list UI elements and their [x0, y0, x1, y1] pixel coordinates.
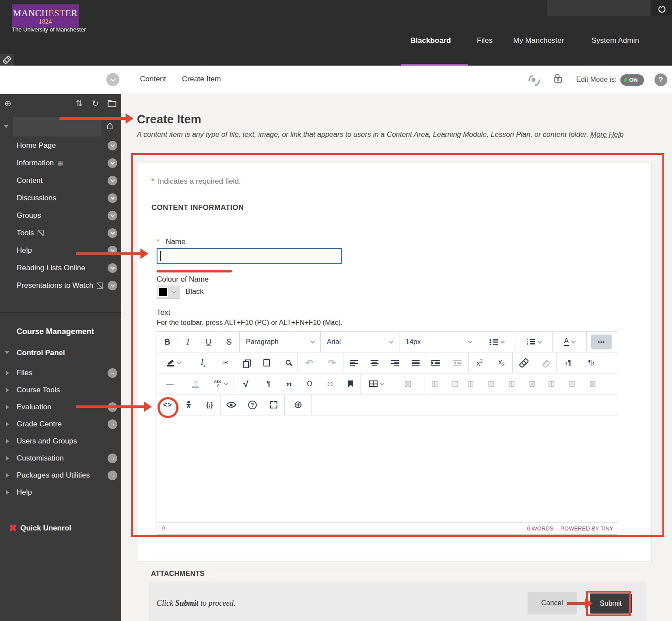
logout-button[interactable]: [651, 0, 672, 16]
editor-content-area[interactable]: [157, 415, 618, 522]
sidebar-item-discussions[interactable]: Discussions: [0, 189, 121, 207]
more-tools-button[interactable]: •••: [591, 335, 612, 349]
font-select-button[interactable]: Arial: [321, 331, 399, 352]
colour-dropdown-icon[interactable]: [168, 291, 180, 293]
course-title-redacted[interactable]: [13, 117, 102, 136]
bullet-list-button[interactable]: [478, 331, 515, 352]
sidebar-item-tools[interactable]: Tools: [0, 224, 121, 242]
chevron-down-icon[interactable]: [108, 281, 117, 290]
format-select-button[interactable]: Paragraph: [240, 331, 320, 352]
sidebar-item-content[interactable]: Content: [0, 172, 121, 189]
control-panel-item-course-tools[interactable]: Course Tools: [0, 381, 121, 398]
insert-row-above-button[interactable]: ⊞: [460, 373, 481, 394]
sidebar-item-reading-lists-online[interactable]: Reading Lists Online: [0, 259, 121, 277]
control-panel-item-help[interactable]: Help: [0, 484, 121, 501]
italic-button[interactable]: I: [178, 331, 198, 352]
open-in-new-arrow-icon[interactable]: →: [108, 419, 117, 429]
header-search-area[interactable]: [547, 0, 651, 16]
ltr-paragraph-button[interactable]: ›¶: [557, 352, 580, 373]
open-in-new-arrow-icon[interactable]: →: [108, 402, 117, 412]
underline-button[interactable]: U: [198, 331, 219, 352]
edit-mode-toggle[interactable]: ON: [620, 74, 644, 86]
table-row-properties-button[interactable]: ⊞: [424, 373, 445, 394]
sidebar-item-information[interactable]: Information▦: [0, 154, 121, 172]
align-right-button[interactable]: [385, 352, 405, 373]
paste-button[interactable]: [256, 352, 277, 373]
quick-unenrol-button[interactable]: ✖ Quick Unenrol: [9, 523, 71, 534]
strikethrough-button[interactable]: S: [219, 331, 239, 352]
anchor-button[interactable]: [340, 373, 361, 394]
search-button[interactable]: [277, 352, 298, 373]
special-character-button[interactable]: Ω: [299, 373, 320, 394]
align-center-button[interactable]: [364, 352, 385, 373]
code-sample-button[interactable]: {;}: [199, 394, 220, 415]
fontsize-select-button[interactable]: 14px: [399, 331, 478, 352]
insert-table-button[interactable]: [360, 373, 392, 394]
cut-button[interactable]: ✂: [215, 352, 236, 373]
open-in-new-arrow-icon[interactable]: →: [108, 471, 117, 480]
editor-help-button[interactable]: ?: [242, 394, 263, 415]
control-panel-item-packages-and-utilities[interactable]: Packages and Utilities→: [0, 467, 121, 484]
folder-icon[interactable]: [108, 101, 116, 107]
clear-formatting-button[interactable]: Ix: [191, 352, 215, 373]
help-button[interactable]: ?: [654, 73, 667, 86]
control-panel-item-grade-centre[interactable]: Grade Centre→: [0, 415, 121, 433]
control-panel-item-evaluation[interactable]: Evaluation→: [0, 398, 121, 415]
rtl-paragraph-button[interactable]: ¶‹: [580, 352, 603, 373]
breadcrumb-content[interactable]: Content: [140, 75, 166, 84]
subscript-button[interactable]: x2: [490, 352, 512, 373]
outdent-button[interactable]: [446, 352, 468, 373]
chevron-down-icon[interactable]: [108, 263, 117, 273]
open-in-new-arrow-icon[interactable]: →: [108, 454, 117, 463]
collapse-course-menu-icon[interactable]: [4, 125, 9, 128]
highlight-button[interactable]: [157, 352, 191, 373]
text-color-button[interactable]: A: [553, 331, 586, 352]
align-left-button[interactable]: [343, 352, 364, 373]
insert-column-left-button[interactable]: ⊞: [541, 373, 562, 394]
university-logo[interactable]: MANCHESTER 1824: [12, 4, 79, 28]
preview-button[interactable]: [220, 394, 242, 415]
refresh-icon[interactable]: ↻: [92, 98, 99, 108]
tab-blackboard[interactable]: Blackboard: [410, 36, 451, 45]
row-menu-button[interactable]: ⊠: [522, 373, 542, 394]
chevron-down-icon[interactable]: [108, 228, 117, 238]
blockquote-button[interactable]: ”: [279, 373, 299, 394]
chevron-down-icon[interactable]: [108, 211, 117, 220]
add-content-button[interactable]: ⊕: [285, 394, 312, 415]
source-code-button[interactable]: <>: [157, 394, 178, 415]
superscript-button[interactable]: x2: [469, 352, 490, 373]
control-panel-item-files[interactable]: Files→: [0, 364, 121, 381]
tab-system-admin[interactable]: System Admin: [592, 36, 639, 45]
open-in-new-arrow-icon[interactable]: →: [108, 368, 117, 378]
delete-table-button[interactable]: ⊠: [392, 373, 424, 394]
spellcheck-button[interactable]: ABC✓: [208, 373, 234, 394]
chevron-down-icon[interactable]: [108, 193, 117, 203]
student-preview-icon[interactable]: [528, 74, 541, 85]
submit-button[interactable]: Submit: [590, 593, 632, 614]
fullscreen-button[interactable]: [263, 394, 284, 415]
chevron-down-icon[interactable]: [108, 176, 117, 185]
show-invisibles-button[interactable]: ¶: [258, 373, 279, 394]
insert-row-below-button[interactable]: ⊞: [481, 373, 501, 394]
emoticons-button[interactable]: ☺: [320, 373, 340, 394]
numbered-list-button[interactable]: [515, 331, 552, 352]
redo-button[interactable]: ↷: [321, 352, 343, 373]
more-help-link[interactable]: More Help: [590, 130, 623, 138]
control-panel-item-customisation[interactable]: Customisation→: [0, 450, 121, 467]
align-justify-button[interactable]: [405, 352, 426, 373]
remove-link-button[interactable]: [535, 352, 556, 373]
permalink-button[interactable]: [0, 54, 14, 66]
colour-picker[interactable]: [157, 286, 180, 299]
accessibility-checker-button[interactable]: [178, 394, 199, 415]
home-icon[interactable]: ⌂: [106, 119, 113, 132]
indent-button[interactable]: [424, 352, 446, 373]
sidebar-item-presentations-to-watch[interactable]: Presentations to Watch: [0, 277, 121, 294]
control-panel-toggle[interactable]: Control Panel: [0, 348, 121, 362]
tab-my-manchester[interactable]: My Manchester: [513, 36, 564, 45]
cancel-button[interactable]: Cancel: [528, 592, 577, 614]
delete-row-button[interactable]: ⊞: [501, 373, 522, 394]
horizontal-line-button[interactable]: —: [157, 373, 182, 394]
sidebar-item-groups[interactable]: Groups: [0, 207, 121, 224]
element-path[interactable]: P: [161, 525, 165, 532]
undo-button[interactable]: ↶: [298, 352, 321, 373]
